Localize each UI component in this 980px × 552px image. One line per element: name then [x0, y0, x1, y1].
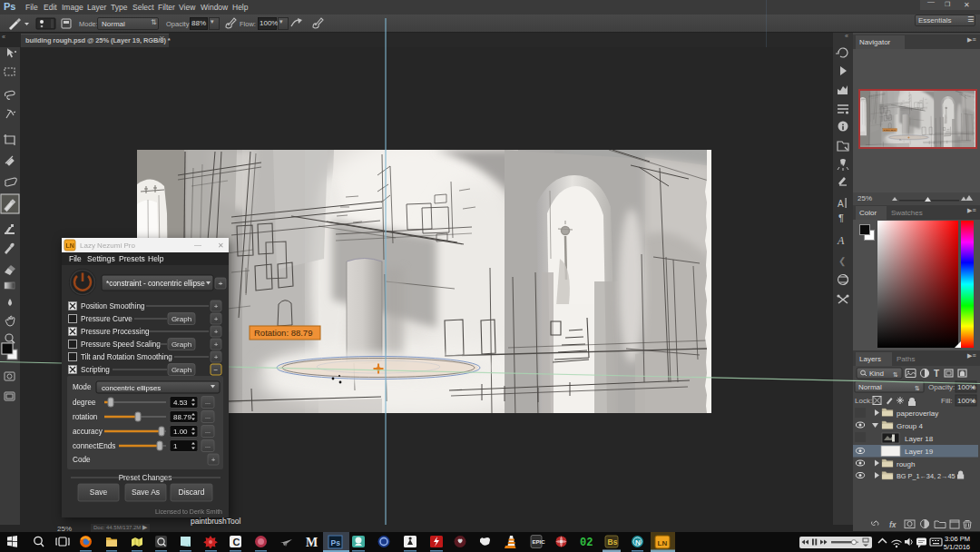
svg-text:⇅: ⇅ [893, 371, 898, 378]
svg-text:rough: rough [897, 460, 915, 468]
svg-text:Save As: Save As [132, 488, 160, 497]
svg-text:❮: ❮ [838, 256, 846, 267]
svg-text:connectEnds: connectEnds [73, 442, 115, 450]
svg-text:LN: LN [66, 242, 74, 249]
svg-text:T: T [934, 369, 939, 379]
svg-text:Licensed to Derik Smith: Licensed to Derik Smith [155, 508, 222, 515]
svg-text:Lock:: Lock: [855, 397, 872, 405]
svg-text:88.79: 88.79 [173, 413, 192, 421]
svg-text:degree: degree [73, 399, 96, 407]
svg-text:paperoverlay: paperoverlay [897, 409, 938, 418]
svg-text:Pressure Speed Scaling: Pressure Speed Scaling [81, 340, 161, 349]
svg-text:Save: Save [90, 488, 108, 497]
svg-text:Normal: Normal [858, 383, 882, 391]
svg-text:EPIC: EPIC [533, 539, 546, 545]
svg-text:−: − [213, 366, 218, 374]
svg-text:▾: ▾ [972, 399, 975, 404]
svg-text:4.53: 4.53 [173, 399, 188, 407]
svg-text:Kind: Kind [869, 370, 884, 378]
svg-text:1.00: 1.00 [173, 428, 188, 436]
svg-text:Settings: Settings [87, 254, 115, 263]
svg-text:fx: fx [889, 520, 897, 529]
svg-text:Bs: Bs [608, 537, 618, 547]
svg-text:−: − [218, 279, 222, 288]
svg-text:✕: ✕ [218, 242, 224, 250]
svg-text:Ps: Ps [331, 538, 341, 547]
svg-text:Pressure Curve: Pressure Curve [81, 315, 132, 323]
svg-text:Presets: Presets [119, 254, 145, 263]
svg-text:*constraint - concentric ellip: *constraint - concentric ellipse [106, 280, 205, 288]
svg-text:02: 02 [580, 537, 593, 549]
svg-text:A: A [838, 199, 844, 209]
svg-text:Layer 19: Layer 19 [905, 448, 934, 456]
svg-text:Preset Changes: Preset Changes [119, 474, 172, 482]
svg-text:Mode: Mode [73, 383, 92, 391]
svg-text:N: N [635, 538, 641, 547]
svg-text:Group 4: Group 4 [897, 422, 923, 430]
svg-text:Code: Code [73, 456, 91, 464]
svg-text:Lazy Nezumi Pro: Lazy Nezumi Pro [80, 242, 135, 250]
svg-text:⇅: ⇅ [915, 385, 920, 391]
svg-text:LN: LN [658, 539, 668, 547]
svg-text:BG P_1←34, 2→45: BG P_1←34, 2→45 [897, 472, 956, 480]
svg-text:Discard: Discard [179, 488, 205, 497]
svg-text:Tilt and Rotation Smoothing: Tilt and Rotation Smoothing [81, 353, 172, 361]
svg-text:File: File [69, 254, 82, 263]
svg-text:Rotation: 88.79: Rotation: 88.79 [254, 328, 312, 338]
svg-text:▾: ▾ [972, 385, 975, 390]
svg-text:5/1/2016: 5/1/2016 [944, 543, 970, 551]
svg-text:Position Smoothing: Position Smoothing [81, 302, 145, 310]
svg-text:M: M [306, 536, 318, 549]
svg-text:Opacity:: Opacity: [928, 383, 955, 391]
svg-text:Pressure Processing: Pressure Processing [81, 328, 150, 336]
svg-text:A: A [837, 234, 845, 247]
svg-text:C: C [233, 537, 240, 547]
svg-text:—: — [194, 241, 201, 249]
svg-text:accuracy: accuracy [73, 428, 103, 436]
svg-text:rotation: rotation [73, 413, 98, 421]
svg-text:Layer 18: Layer 18 [905, 435, 934, 443]
svg-text:1: 1 [173, 442, 178, 450]
svg-text:concentric ellipses: concentric ellipses [102, 384, 161, 392]
svg-text:Fill:: Fill: [941, 397, 952, 405]
svg-text:3:06 PM: 3:06 PM [945, 535, 970, 543]
svg-text:Help: Help [148, 254, 164, 263]
svg-text:¶: ¶ [838, 212, 844, 223]
svg-text:Scripting: Scripting [81, 366, 110, 374]
